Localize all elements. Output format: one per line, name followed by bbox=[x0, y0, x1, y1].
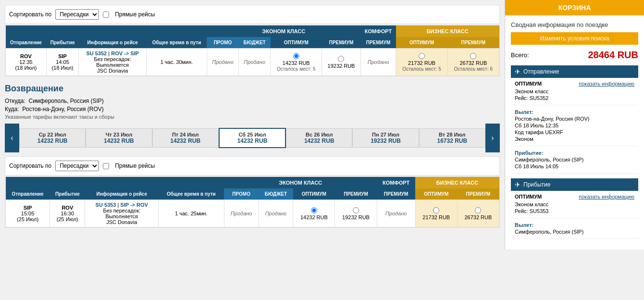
ret-arr-date: (25 Июл) bbox=[53, 216, 82, 222]
ret-flight-info: SU 5353 | SIP -> ROV Без пересадок: Выпо… bbox=[85, 200, 159, 227]
col-header-premium: ПРЕМИУМ bbox=[322, 37, 360, 49]
sort-select[interactable]: Пересадки Цена Время bbox=[55, 9, 99, 20]
ret-col-budget: БЮДЖЕТ bbox=[259, 188, 293, 200]
departure-flight-table: ЭКОНОМ КЛАСС КОМФОРТ БИЗНЕС КЛАСС Отправ… bbox=[5, 25, 500, 76]
return-title: Возвращение bbox=[5, 84, 500, 94]
ret-dep-code: SIP bbox=[9, 205, 47, 211]
dep-departure-info: ROV 12:35 (18 Июл) bbox=[6, 49, 47, 76]
return-comfort-class-header: КОМФОРТ bbox=[377, 177, 415, 188]
return-section: Возвращение Откуда: Симферополь, Россия … bbox=[5, 84, 500, 120]
ret-optimum-price: 14232 RUB bbox=[300, 214, 328, 220]
sidebar-total: Всего: 28464 RUB bbox=[511, 50, 638, 61]
dep-optimum[interactable]: 14232 RUB Осталось мест: 5 bbox=[271, 49, 322, 76]
ret-business-optimum[interactable]: 21732 RUB bbox=[415, 200, 457, 227]
sidebar-arr-tariff-row: ОПТИМУМ показать информацию Эконом класс… bbox=[511, 191, 638, 218]
sidebar-dep-flight: Рейс: SU5352 bbox=[515, 95, 634, 101]
dep-optimum-seats: Осталось мест: 5 bbox=[277, 66, 315, 72]
ret-route: SIP -> ROV bbox=[120, 202, 148, 208]
dep-business-premium-radio[interactable] bbox=[470, 53, 476, 59]
direct-flights-label-return: Прямые рейсы bbox=[115, 162, 155, 169]
from-label: Откуда: bbox=[5, 98, 25, 104]
ret-business-optimum-radio[interactable] bbox=[433, 207, 439, 213]
plane-arrival-icon: ✈ bbox=[515, 181, 520, 188]
dep-date: (18 Июл) bbox=[9, 65, 43, 71]
dep-business-optimum-seats: Осталось мест: 5 bbox=[402, 66, 441, 72]
date-price-5: 19232 RUB bbox=[355, 138, 416, 144]
ret-business-premium[interactable]: 26732 RUB bbox=[457, 200, 499, 227]
ret-arr-code: ROV bbox=[53, 205, 82, 211]
sort-bar-departure: Сортировать по Пересадки Цена Время Прям… bbox=[5, 5, 500, 24]
sort-select-return[interactable]: Пересадки Цена Время bbox=[55, 161, 99, 171]
col-header-info: Информация о рейсе bbox=[79, 37, 147, 49]
dep-business-premium[interactable]: 26732 RUB Осталось мест: 6 bbox=[447, 49, 499, 76]
sort-label-return: Сортировать по bbox=[9, 162, 51, 169]
dep-optimum-radio[interactable] bbox=[293, 53, 299, 59]
sidebar-departure-section: ✈ Отправление ОПТИМУМ показать информаци… bbox=[511, 65, 638, 174]
direct-flights-checkbox[interactable] bbox=[103, 12, 109, 18]
dep-premium[interactable]: 19232 RUB bbox=[322, 49, 360, 76]
sidebar-dep-tariff-type: Эконом bbox=[515, 136, 634, 142]
ret-optimum[interactable]: 14232 RUB bbox=[293, 200, 335, 227]
date-label-5: Пн 27 Июл bbox=[355, 132, 416, 138]
to-value: Ростов-на-Дону, Россия (ROV) bbox=[22, 106, 104, 112]
dep-flight-link[interactable]: SU 5352 bbox=[86, 50, 107, 56]
ret-col-arrival: Прибытие bbox=[50, 188, 85, 200]
ret-premium-radio[interactable] bbox=[353, 207, 359, 213]
total-label: Всего: bbox=[511, 51, 529, 59]
col-header-budget: БЮДЖЕТ bbox=[239, 37, 271, 49]
date-cell-5[interactable]: Пн 27 Июл 19232 RUB bbox=[352, 128, 419, 148]
dep-business-optimum[interactable]: 21732 RUB Осталось мест: 5 bbox=[396, 49, 447, 76]
col-header-business-premium: ПРЕМИУМ bbox=[447, 37, 499, 49]
ret-premium[interactable]: 19232 RUB bbox=[335, 200, 377, 227]
ret-business-premium-price: 26732 RUB bbox=[464, 214, 492, 220]
sidebar-arr-info-link[interactable]: показать информацию bbox=[579, 194, 634, 200]
date-cell-2[interactable]: Пт 24 Июл 14232 RUB bbox=[152, 128, 219, 148]
ret-optimum-radio[interactable] bbox=[311, 207, 317, 213]
dep-business-premium-price: 26732 RUB bbox=[459, 60, 487, 66]
dep-duration: 1 час. 30мин. bbox=[147, 49, 207, 76]
dep-arr-code: SIP bbox=[50, 53, 75, 59]
sidebar-arr-vylет-label: Вылет: bbox=[515, 222, 634, 228]
change-search-button[interactable]: Изменить условия поиска bbox=[511, 32, 638, 45]
ret-business-optimum-price: 21732 RUB bbox=[422, 214, 450, 220]
ret-col-info: Информация о рейсе bbox=[85, 188, 159, 200]
dep-business-optimum-radio[interactable] bbox=[419, 53, 425, 59]
date-prev-button[interactable]: ‹ bbox=[5, 124, 19, 152]
dep-info3: JSC Donavia bbox=[97, 68, 128, 74]
sidebar-dep-info-link[interactable]: показать информацию bbox=[579, 81, 634, 87]
col-header-promo: ПРОМО bbox=[207, 37, 238, 49]
dep-business-premium-seats: Осталось мест: 6 bbox=[454, 66, 493, 72]
ret-col-business-optimum: ОПТИМУМ bbox=[415, 188, 457, 200]
date-cell-4[interactable]: Вс 26 Июл 14232 RUB bbox=[286, 128, 352, 148]
col-header-duration: Общее время в пути bbox=[147, 37, 207, 49]
dep-premium-radio[interactable] bbox=[338, 56, 344, 62]
sidebar-dep-class: Эконом класс bbox=[515, 88, 634, 94]
dep-optimum-price: 14232 RUB bbox=[283, 60, 310, 66]
dep-info1: Без пересадок: bbox=[94, 56, 131, 62]
econom-class-header: ЭКОНОМ КЛАСС bbox=[207, 25, 360, 37]
col-header-business-optimum: ОПТИМУМ bbox=[396, 37, 447, 49]
date-cell-3[interactable]: Сб 25 Июл 14232 RUB bbox=[219, 128, 286, 148]
date-next-button[interactable]: › bbox=[485, 124, 500, 152]
ret-flight-link[interactable]: SU 5353 bbox=[96, 202, 116, 208]
sidebar-arr-departure-value: Симферополь, Россия (SIP) bbox=[515, 229, 634, 235]
direct-flights-checkbox-return[interactable] bbox=[103, 163, 109, 169]
col-header-comfort-premium: ПРЕМИУМ bbox=[360, 37, 396, 49]
comfort-class-header: КОМФОРТ bbox=[360, 25, 396, 37]
ret-info3: JSC Donavia bbox=[106, 219, 137, 225]
ret-info1: Без пересадок: bbox=[103, 208, 140, 213]
sidebar: КОРЗИНА Сводная информация по поездке Из… bbox=[505, 0, 644, 250]
col-header-optimum: ОПТИМУМ bbox=[271, 37, 322, 49]
ret-col-duration: Общее время в пути bbox=[159, 188, 224, 200]
date-cell-6[interactable]: Вт 28 Июл 16732 RUB bbox=[419, 128, 485, 148]
direct-flights-label: Прямые рейсы bbox=[115, 11, 155, 18]
date-cell-1[interactable]: Чт 23 Июл 14232 RUB bbox=[86, 128, 152, 148]
col-header-arrival: Прибытие bbox=[46, 37, 78, 49]
ret-business-premium-radio[interactable] bbox=[475, 207, 481, 213]
date-price-1: 14232 RUB bbox=[88, 138, 149, 144]
ret-dep-date: (25 Июл) bbox=[9, 216, 47, 222]
tariff-note: Указанные тарифы включают таксы и сборы bbox=[5, 114, 500, 120]
dep-flight-info: SU 5352 | ROV -> SIP Без пересадок: Выпо… bbox=[79, 49, 147, 76]
sidebar-arr-flight: Рейс: SU5353 bbox=[515, 208, 634, 214]
date-cell-0[interactable]: Ср 22 Июл 14232 RUB bbox=[19, 128, 86, 148]
